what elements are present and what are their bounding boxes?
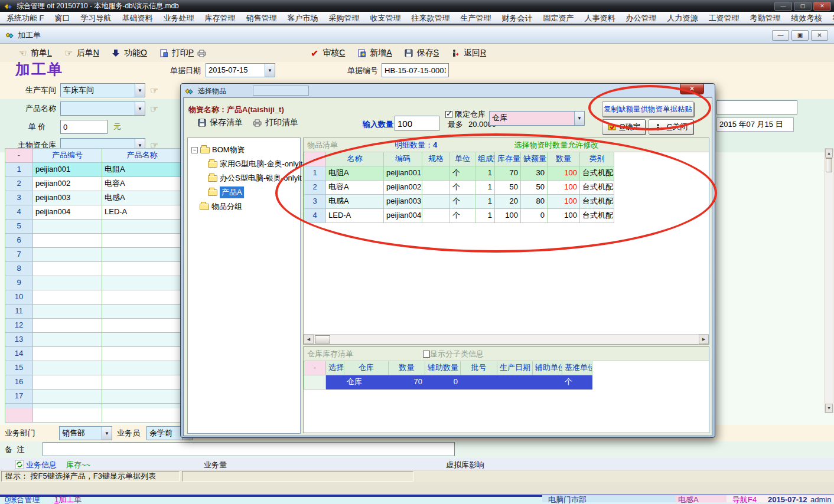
ok-button[interactable]: O确定 [602,119,646,135]
dialog-close-button[interactable]: ✕ [680,83,704,94]
scroll-right-button[interactable]: ▶ [699,335,709,344]
delivery-date-field[interactable] [716,117,794,132]
expand-collapse-box[interactable]: − [191,147,198,153]
items-horizontal-scrollbar[interactable]: ◀ ▶ [304,334,709,344]
copy-shortage-button[interactable]: 复制缺额量供物资单据粘贴 [602,102,694,117]
table-row[interactable]: 15 [5,361,183,375]
task-item-main[interactable]: 0综合管理 [5,495,40,504]
task-item-form[interactable]: 1加工单 [54,495,82,504]
tree-item-label[interactable]: BOM物资 [212,145,245,155]
table-row[interactable]: 仓库700个 [304,375,709,390]
mdi-minimize-button[interactable]: — [772,30,789,41]
dialog-close-action-button[interactable]: C关闭 [649,119,693,135]
menu-item[interactable]: 学习导航 [76,12,117,24]
menu-item[interactable]: 绩效考核 [786,12,828,24]
menu-item[interactable]: 系统功能 F [1,12,50,24]
table-row[interactable]: 1peijian001电阻A [5,163,183,177]
menu-item[interactable]: 客户市场 [282,12,324,24]
chevron-down-icon[interactable]: ▼ [265,64,275,77]
menu-item[interactable]: 库存管理 [200,12,241,24]
menu-item[interactable]: 生产管理 [455,12,497,24]
table-row[interactable]: 6 [5,234,183,248]
show-subclass-checkbox[interactable] [423,351,430,358]
table-row[interactable]: 3电感Apeijian003个12080100台式机配 [304,195,709,209]
menu-item[interactable]: 采购管理 [324,12,365,24]
menu-item[interactable]: 基础资料 [117,12,158,24]
tree-item[interactable]: −BOM物资 [191,143,298,157]
limit-warehouse-checkbox[interactable] [445,111,452,118]
tree-item[interactable]: 家用G型电脑-金奥-onlyit [191,157,298,171]
table-row[interactable]: 17 [5,390,183,404]
price-input[interactable] [60,120,107,134]
limit-warehouse-combo[interactable]: 仓库▼ [489,111,585,126]
hand-pointer-icon[interactable]: ☞ [150,85,158,96]
table-row[interactable]: 11 [5,305,183,319]
tree-item[interactable]: 产品A [191,185,298,199]
menu-item[interactable]: 财务会计 [497,12,538,24]
scroll-down-button[interactable]: ▼ [825,404,833,413]
qty-input[interactable] [395,116,439,131]
table-row[interactable]: 13 [5,333,183,347]
table-row[interactable]: 7 [5,248,183,262]
menu-item[interactable]: 往来款管理 [406,12,455,24]
menu-item[interactable]: 销售管理 [241,12,282,24]
remark-input[interactable] [43,442,455,456]
menu-item[interactable]: 秘书功能 [828,12,834,24]
table-row[interactable]: 2电容Apeijian002个15050100台式机配 [304,181,709,195]
nav-f4-label[interactable]: 导航F4 [732,495,757,504]
table-row[interactable]: 12 [5,319,183,333]
table-row[interactable]: 10 [5,290,183,305]
tree-item-label[interactable]: 家用G型电脑-金奥-onlyit [220,159,302,169]
table-row[interactable]: 1电阻Apeijian001个17030100台式机配 [304,166,709,181]
table-row[interactable]: 5 [5,220,183,234]
prev-doc-button[interactable]: ☜前单L [13,47,57,60]
table-row[interactable]: 16 [5,375,183,390]
hand-pointer-icon[interactable]: ☞ [150,103,158,114]
table-row[interactable]: 8 [5,262,183,276]
scrollbar-thumb[interactable] [826,158,832,172]
right-text-field[interactable] [716,100,797,114]
print-list-button[interactable]: 打印清单 [252,117,298,128]
refresh-icon[interactable] [14,460,24,469]
menu-item[interactable]: 收支管理 [365,12,406,24]
mdi-restore-button[interactable]: ▣ [791,30,809,41]
main-vertical-scrollbar[interactable]: ▲ ▼ [825,148,833,413]
table-row[interactable]: 3peijian003电感A [5,191,183,205]
chevron-down-icon[interactable]: ▼ [135,102,145,115]
dialog-title-bar[interactable]: 选择物品 ✕ [183,85,712,97]
save-list-button[interactable]: 保存清单 [197,117,243,128]
table-row[interactable]: 4peijian004LED-A [5,205,183,220]
close-button[interactable]: ✕ [813,2,831,11]
scrollbar-thumb[interactable] [315,335,330,343]
save-button[interactable]: 保存S [399,47,444,60]
table-row[interactable]: 14 [5,347,183,361]
chevron-down-icon[interactable]: ▼ [574,112,584,125]
print-button[interactable]: 打印P [154,47,211,60]
tree-item-label[interactable]: 办公S型电脑-银奥-onlyit [220,173,302,184]
tree-item-label[interactable]: 产品A [220,186,244,198]
tree-item[interactable]: 物品分组 [191,199,298,214]
back-button[interactable]: 返回R [446,47,491,60]
product-combo[interactable]: ▼ [60,102,145,116]
form-tab-label[interactable]: 加工单 [18,30,41,41]
tree-item-label[interactable]: 物品分组 [211,201,242,212]
table-row[interactable]: 4LED-Apeijian004个11000100台式机配 [304,209,709,223]
menu-item[interactable]: 考勤管理 [745,12,786,24]
mdi-close-button[interactable]: ✕ [811,30,828,41]
menu-item[interactable]: 工资管理 [703,12,745,24]
dept-combo[interactable]: 销售部▼ [59,426,112,440]
doc-no-input[interactable] [382,63,449,77]
scroll-left-button[interactable]: ◀ [304,335,314,344]
minimize-button[interactable]: — [774,2,792,11]
menu-item[interactable]: 业务处理 [158,12,200,24]
restore-button[interactable]: ▢ [794,2,812,11]
next-doc-button[interactable]: ☞后单N [59,47,104,60]
menu-item[interactable]: 人事资料 [579,12,621,24]
scroll-up-button[interactable]: ▲ [825,149,833,158]
menu-item[interactable]: 固定资产 [538,12,579,24]
function-button[interactable]: 功能O [106,47,152,60]
add-button[interactable]: 新增A [352,47,396,60]
audit-button[interactable]: ✔审核C [305,47,350,60]
workshop-combo[interactable]: 车床车间▼ [60,83,145,97]
menu-item[interactable]: 人力资源 [662,12,703,24]
